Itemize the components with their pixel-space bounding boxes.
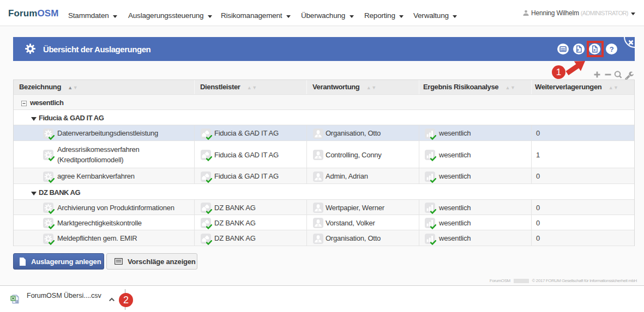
svg-text:?: ? — [610, 45, 614, 53]
svg-text:P: P — [576, 48, 579, 52]
